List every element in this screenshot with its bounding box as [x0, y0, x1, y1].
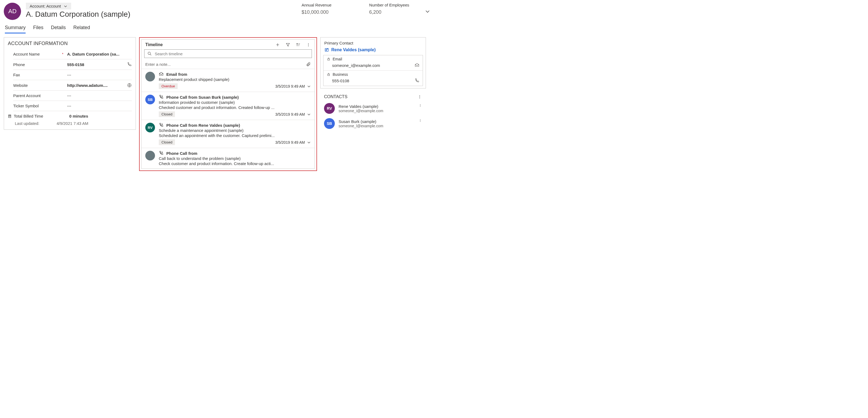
phone-icon	[159, 123, 164, 127]
timeline-search[interactable]	[144, 49, 312, 58]
svg-point-6	[308, 44, 309, 45]
contact-avatar: RV	[324, 103, 335, 114]
phone-icon[interactable]	[414, 78, 420, 83]
field-value: ---	[67, 72, 71, 77]
calculator-icon	[8, 114, 11, 118]
account-info-panel: ACCOUNT INFORMATION Account Name* A. Dat…	[4, 37, 136, 130]
timeline-title: Timeline	[145, 42, 275, 47]
globe-icon[interactable]	[127, 83, 132, 88]
svg-point-21	[420, 121, 421, 122]
svg-point-17	[420, 105, 421, 106]
contacts-section: CONTACTS RVRene Valdes (sample)someone_i…	[320, 92, 426, 131]
timeline-note-input[interactable]: Enter a note...	[142, 60, 315, 69]
primary-contact-title: Primary Contact	[320, 37, 426, 48]
field-label: Phone	[13, 62, 67, 67]
timeline-description: Checked customer and product information…	[159, 105, 311, 110]
field-fax[interactable]: Fax ---	[13, 70, 132, 80]
metric-employees[interactable]: Number of Employees 6,200	[369, 3, 409, 15]
tab-related[interactable]: Related	[73, 25, 90, 33]
svg-point-10	[326, 49, 327, 50]
contact-email: someone_l@example.com	[339, 124, 383, 128]
form-switcher[interactable]: Account: Account	[26, 3, 71, 9]
field-account-name[interactable]: Account Name* A. Datum Corporation (sa..…	[13, 49, 132, 59]
business-label: Business	[333, 72, 348, 77]
timeline-more-icon[interactable]	[306, 42, 311, 47]
contact-email: someone_i@example.com	[339, 109, 383, 113]
timeline-item[interactable]: Phone Call fromCall back to understand t…	[142, 148, 315, 169]
metric-value: 6,200	[369, 9, 409, 15]
field-value: A. Datum Corporation (sa...	[67, 52, 119, 56]
svg-point-5	[308, 43, 309, 44]
note-placeholder: Enter a note...	[145, 62, 170, 67]
timeline-status-badge: Overdue	[159, 83, 178, 89]
metric-annual-revenue[interactable]: Annual Revenue $10,000.000	[302, 3, 332, 15]
timeline-filter-icon[interactable]	[285, 42, 290, 47]
timeline-type-label: Email from	[166, 72, 187, 77]
timeline-avatar: RV	[145, 123, 155, 132]
email-label: Email	[333, 57, 342, 61]
last-updated-value: 4/9/2021 7:43 AM	[57, 121, 88, 126]
svg-rect-11	[328, 59, 330, 60]
record-title: A. Datum Corporation (sample)	[26, 10, 297, 19]
svg-point-8	[148, 52, 150, 55]
field-phone[interactable]: Phone 555-0158	[13, 59, 132, 70]
svg-point-18	[420, 106, 421, 107]
field-value: 555-0158	[67, 62, 84, 67]
field-parent-account[interactable]: Parent Account ---	[13, 91, 132, 101]
contacts-more-icon[interactable]	[417, 94, 422, 99]
phone-icon[interactable]	[127, 62, 132, 67]
field-website[interactable]: Website http://www.adatum....	[13, 80, 132, 91]
phone-icon	[159, 95, 164, 99]
primary-contact-email[interactable]: Email someone_i@example.com	[323, 55, 423, 71]
field-value: ---	[67, 93, 71, 98]
metric-value: $10,000.000	[302, 9, 332, 15]
timeline-search-input[interactable]	[155, 52, 309, 56]
timeline-description: Check customer and product information. …	[159, 161, 311, 166]
primary-contact-business-phone[interactable]: Business 555-0108	[323, 71, 423, 86]
tab-summary[interactable]: Summary	[5, 25, 26, 33]
timeline-add-icon[interactable]	[275, 42, 280, 47]
timeline-sort-icon[interactable]	[296, 42, 301, 47]
search-icon	[147, 51, 152, 56]
phone-icon	[159, 151, 164, 156]
header-expand-chevron-icon[interactable]	[425, 9, 430, 14]
last-updated-label: Last updated:	[15, 121, 39, 126]
contact-more-icon[interactable]	[418, 119, 422, 122]
timeline-status-badge: Closed	[159, 111, 175, 117]
business-value: 555-0108	[332, 79, 349, 83]
lock-icon	[327, 57, 331, 61]
timeline-subject: Information provided to customer (sample…	[159, 100, 311, 104]
contact-more-icon[interactable]	[418, 103, 422, 107]
lock-icon	[327, 72, 331, 76]
email-icon	[159, 72, 164, 77]
field-ticker-symbol[interactable]: Ticker Symbol ---	[13, 101, 132, 111]
total-billed-time: Total Billed Time 0 minutes	[8, 114, 132, 118]
billed-value: 0 minutes	[69, 114, 88, 118]
attachment-icon[interactable]	[306, 62, 311, 67]
timeline-item[interactable]: RVPhone Call from Rene Valdes (sample)Sc…	[142, 120, 315, 148]
timeline-avatar	[145, 151, 155, 160]
primary-contact-link[interactable]: Rene Valdes (sample)	[320, 48, 426, 55]
tab-files[interactable]: Files	[33, 25, 43, 33]
tabs: Summary Files Details Related	[4, 25, 430, 33]
svg-point-15	[420, 98, 420, 98]
tab-details[interactable]: Details	[51, 25, 66, 33]
field-value: ---	[67, 103, 71, 108]
email-value: someone_i@example.com	[332, 63, 380, 68]
chevron-down-icon	[64, 4, 67, 8]
primary-contact-panel: Primary Contact Rene Valdes (sample) Ema…	[320, 37, 426, 88]
field-label: Website	[13, 83, 67, 88]
contact-item[interactable]: SBSusan Burk (sample)someone_l@example.c…	[320, 116, 426, 131]
field-label: Parent Account	[13, 93, 67, 98]
email-open-icon[interactable]	[414, 63, 420, 68]
contact-name: Rene Valdes (sample)	[339, 104, 383, 109]
timeline-item[interactable]: Email fromReplacement product shipped (s…	[142, 69, 315, 92]
timeline-item[interactable]: SBPhone Call from Susan Burk (sample)Inf…	[142, 92, 315, 120]
contact-card-icon	[324, 48, 329, 52]
form-switcher-label: Account: Account	[30, 4, 61, 8]
account-info-title: ACCOUNT INFORMATION	[4, 37, 135, 49]
timeline-subject: Schedule a maintenance appointment (samp…	[159, 128, 311, 133]
svg-point-7	[308, 46, 309, 46]
contact-item[interactable]: RVRene Valdes (sample)someone_i@example.…	[320, 101, 426, 116]
timeline-avatar	[145, 72, 155, 82]
